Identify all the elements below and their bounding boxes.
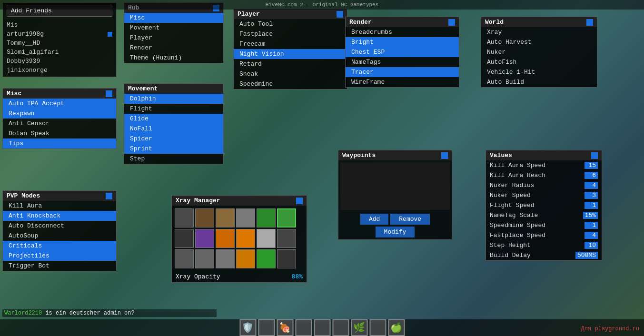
render-item-breadcrumbs[interactable]: Breadcrumbs [346, 27, 459, 37]
xray-opacity-value: 88% [292, 273, 303, 280]
values-row[interactable]: Build Delay500MS [486, 250, 602, 260]
render-item-chestesp[interactable]: Chest ESP [346, 47, 459, 57]
values-row[interactable]: Kill Aura Reach6 [486, 170, 602, 180]
pvp-item-projectiles[interactable]: Projectiles [3, 251, 116, 261]
xray-block[interactable] [195, 249, 214, 268]
render-item-tracer[interactable]: Tracer [346, 67, 459, 77]
pvp-item-killaura[interactable]: Kill Aura [3, 201, 116, 211]
waypoints-add-button[interactable]: Add [360, 214, 388, 225]
xray-block[interactable] [216, 229, 235, 248]
player-item-speedmine[interactable]: Speedmine [234, 79, 347, 89]
misc-panel: Misc Auto TPA Accept Respawn Anti Censor… [2, 88, 117, 149]
render-item-nametags[interactable]: NameTags [346, 57, 459, 67]
list-item[interactable]: Tommy__HD [3, 39, 116, 48]
world-item-xray[interactable]: Xray [481, 27, 597, 37]
xray-header-icon [296, 198, 303, 204]
world-item-nuker[interactable]: Nuker [481, 47, 597, 57]
waypoints-modify-button[interactable]: Modify [376, 227, 415, 237]
movement-item-spider[interactable]: Spider [124, 134, 223, 144]
hub-item-player[interactable]: Player [124, 33, 223, 43]
player-item-freecam[interactable]: Freecam [234, 39, 347, 49]
misc-item-anticensor[interactable]: Anti Censor [3, 119, 116, 128]
misc-item-autotpa[interactable]: Auto TPA Accept [3, 99, 116, 109]
xray-block[interactable] [195, 229, 214, 248]
world-item-autofish[interactable]: AutoFish [481, 57, 597, 67]
player-item-fastplace[interactable]: Fastplace [234, 29, 347, 39]
values-row[interactable]: Nuker Radius4 [486, 180, 602, 190]
xray-block[interactable] [195, 208, 214, 227]
values-row[interactable]: Speedmine Speed1 [486, 220, 602, 230]
waypoints-panel: Waypoints Add Remove Modify [338, 150, 452, 240]
hotbar-slot[interactable] [369, 319, 386, 336]
xray-block[interactable] [216, 249, 235, 268]
values-rows: Kill Aura Speed15Kill Aura Reach6Nuker R… [486, 160, 602, 260]
values-row[interactable]: Nuker Speed3 [486, 190, 602, 200]
list-item[interactable]: Slomi_algifari [3, 48, 116, 57]
hotbar-slot[interactable]: 🍖 [277, 319, 293, 336]
hub-item-render[interactable]: Render [124, 43, 223, 53]
hub-item-misc[interactable]: Misc [124, 13, 223, 23]
values-row[interactable]: Kill Aura Speed15 [486, 160, 602, 170]
player-item-retard[interactable]: Retard [234, 59, 347, 69]
misc-item-respawn[interactable]: Respawn [3, 109, 116, 119]
hotbar-slot[interactable] [332, 319, 349, 336]
movement-item-sprint[interactable]: Sprint [124, 144, 223, 154]
xray-block[interactable] [216, 208, 235, 227]
xray-block[interactable] [236, 208, 255, 227]
xray-block[interactable] [236, 229, 255, 248]
waypoints-header: Waypoints [338, 150, 452, 160]
xray-block[interactable] [175, 208, 194, 227]
pvp-item-antiknockback[interactable]: Anti Knockback [3, 211, 116, 221]
hotbar-slot[interactable]: 🛡️ [239, 319, 256, 336]
xray-block[interactable] [257, 208, 276, 227]
values-row[interactable]: Step Height10 [486, 240, 602, 250]
xray-block[interactable] [257, 229, 276, 248]
world-item-autoharvest[interactable]: Auto Harvest [481, 37, 597, 47]
render-item-wireframe[interactable]: WireFrame [346, 77, 459, 87]
movement-item-glide[interactable]: Glide [124, 114, 223, 124]
hotbar-slot[interactable] [295, 319, 312, 336]
hotbar-slot[interactable]: 🌿 [351, 319, 367, 336]
player-item-sneak[interactable]: Sneak [234, 69, 347, 79]
xray-block[interactable] [236, 249, 255, 268]
hotbar: 🛡️ 🍖 🌿 🍏 [239, 319, 405, 336]
movement-item-step[interactable]: Step [124, 154, 223, 164]
hotbar-slot[interactable] [258, 319, 275, 336]
xray-block[interactable] [277, 249, 296, 268]
list-item[interactable]: Mis [3, 20, 116, 30]
movement-item-nofall[interactable]: NoFall [124, 124, 223, 134]
movement-item-flight[interactable]: Flight [124, 104, 223, 114]
movement-item-dolphin[interactable]: Dolphin [124, 94, 223, 104]
pvp-item-autodisconnect[interactable]: Auto Disconnect [3, 221, 116, 231]
xray-block[interactable] [175, 249, 194, 268]
xray-block[interactable] [277, 208, 296, 227]
pvp-item-criticals[interactable]: Criticals [3, 241, 116, 251]
hotbar-slot[interactable] [314, 319, 330, 336]
list-item[interactable]: jinixonorge [3, 66, 116, 75]
player-item-autotool[interactable]: Auto Tool [234, 19, 347, 29]
list-item[interactable]: Dobby3939 [3, 57, 116, 66]
xray-block[interactable] [257, 249, 276, 268]
render-item-bright[interactable]: Bright [346, 37, 459, 47]
pvp-item-triggerbot[interactable]: Trigger Bot [3, 261, 116, 271]
waypoints-remove-button[interactable]: Remove [390, 214, 430, 225]
xray-block[interactable] [175, 229, 194, 248]
pvp-header-icon [106, 193, 112, 199]
hotbar-slot[interactable]: 🍏 [388, 319, 405, 336]
xray-header: Xray Manager [172, 196, 307, 206]
world-item-autobuild[interactable]: Auto Build [481, 77, 597, 87]
misc-item-dolanspeak[interactable]: Dolan Speak [3, 128, 116, 138]
xray-block[interactable] [277, 229, 296, 248]
misc-header-icon [106, 90, 112, 97]
values-row[interactable]: Flight Speed1 [486, 200, 602, 210]
pvp-item-autosoup[interactable]: AutoSoup [3, 231, 116, 241]
values-row[interactable]: Fastplace Speed4 [486, 230, 602, 240]
misc-item-tips[interactable]: Tips [3, 138, 116, 148]
hub-item-theme[interactable]: Theme (Huzuni) [124, 53, 223, 63]
world-item-vehicle1hit[interactable]: Vehicle 1-Hit [481, 67, 597, 77]
player-item-nightvision[interactable]: Night Vision [234, 49, 347, 59]
hub-item-movement[interactable]: Movement [124, 23, 223, 33]
list-item[interactable]: artur1998g [3, 30, 116, 39]
hub-panel: Hub Misc Movement Player Render Theme (H… [124, 2, 224, 63]
values-row[interactable]: NameTag Scale15% [486, 210, 602, 220]
